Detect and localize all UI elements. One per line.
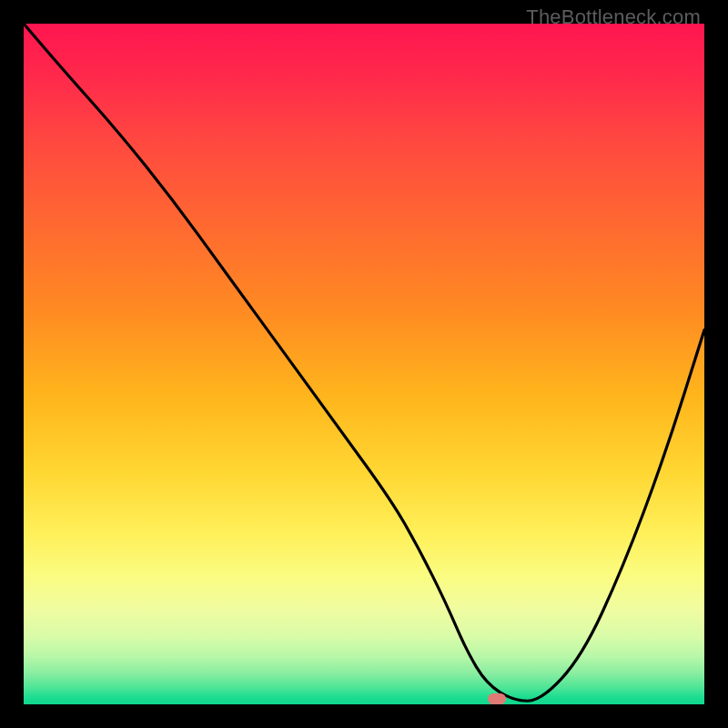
bottleneck-curve — [24, 24, 704, 704]
watermark-text: TheBottleneck.com — [526, 5, 701, 29]
chart-frame: TheBottleneck.com — [0, 0, 728, 728]
plot-area — [24, 24, 704, 704]
optimal-point-marker — [488, 693, 506, 704]
